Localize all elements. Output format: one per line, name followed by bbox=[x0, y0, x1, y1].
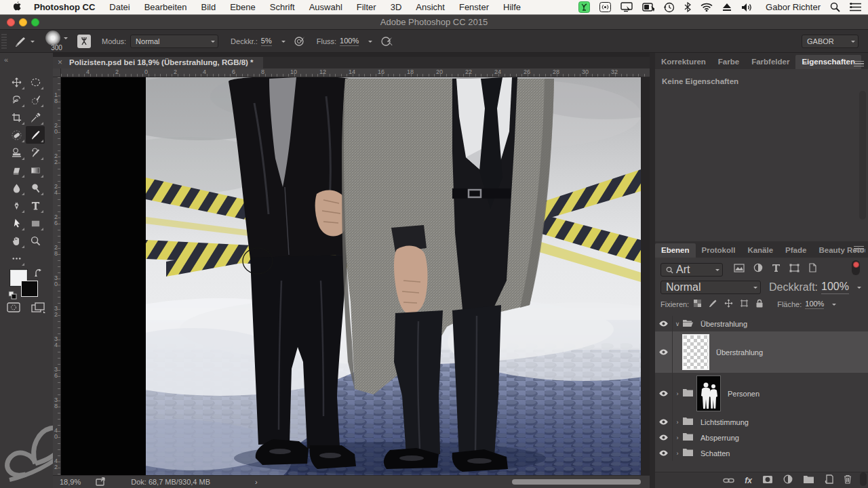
eject-icon[interactable] bbox=[722, 3, 732, 12]
tool-hand[interactable] bbox=[7, 232, 26, 249]
visibility-eye-icon[interactable] bbox=[655, 430, 673, 445]
tab-farbe[interactable]: Farbe bbox=[712, 55, 745, 69]
menu-photoshop[interactable]: Photoshop CC bbox=[34, 2, 95, 12]
trackpad-icon[interactable] bbox=[642, 3, 654, 12]
layers-scrollbar[interactable] bbox=[860, 472, 867, 486]
brush-preset-picker[interactable]: 300 bbox=[45, 30, 68, 52]
new-group-icon[interactable] bbox=[803, 474, 814, 487]
menu-datei[interactable]: Datei bbox=[109, 2, 130, 12]
opacity-value[interactable]: 5% bbox=[261, 37, 272, 46]
search-icon[interactable] bbox=[830, 2, 840, 12]
tab-ebenen[interactable]: Ebenen bbox=[655, 243, 696, 258]
layer-row-group-lichtstimmung[interactable]: › Lichtstimmung bbox=[655, 414, 868, 430]
group-expand-chevron[interactable]: › bbox=[673, 390, 682, 397]
green-app-icon[interactable] bbox=[578, 1, 590, 13]
visibility-eye-icon[interactable] bbox=[655, 316, 673, 331]
radio-icon[interactable] bbox=[599, 2, 611, 12]
bluetooth-icon[interactable] bbox=[684, 2, 691, 12]
tool-pen[interactable] bbox=[7, 197, 26, 214]
tool-clone-stamp[interactable] bbox=[7, 144, 26, 161]
canvas[interactable] bbox=[61, 77, 650, 475]
screen-mode-button[interactable] bbox=[31, 302, 46, 316]
menu-bearbeiten[interactable]: Bearbeiten bbox=[144, 2, 187, 12]
tool-path-selection[interactable] bbox=[7, 214, 26, 232]
lock-all-icon[interactable] bbox=[755, 299, 764, 309]
tab-eigenschaften[interactable]: Eigenschaften bbox=[795, 55, 861, 69]
layer-row-group-personen[interactable]: › Personen bbox=[655, 373, 868, 414]
display-icon[interactable] bbox=[620, 2, 633, 12]
tab-kanaele[interactable]: Kanäle bbox=[741, 243, 779, 258]
layer-name[interactable]: Personen bbox=[728, 390, 760, 398]
user-name[interactable]: Gabor Richter bbox=[766, 2, 821, 12]
tool-crop[interactable] bbox=[7, 108, 26, 126]
layer-row-group-schatten[interactable]: › Schatten bbox=[655, 445, 868, 461]
layer-row-group-ueberstrahlung[interactable]: ∨ Überstrahlung bbox=[655, 316, 868, 331]
lock-artboard-icon[interactable] bbox=[740, 299, 749, 309]
airbrush-button[interactable] bbox=[380, 35, 393, 47]
menu-auswahl[interactable]: Auswahl bbox=[309, 2, 342, 12]
group-expand-chevron[interactable]: › bbox=[673, 450, 682, 457]
tab-farbfelder[interactable]: Farbfelder bbox=[745, 55, 795, 69]
menu-filter[interactable]: Filter bbox=[357, 2, 376, 12]
blend-mode-dropdown[interactable]: Normal bbox=[130, 35, 218, 48]
tool-brush[interactable] bbox=[26, 126, 45, 144]
quick-mask-button[interactable] bbox=[7, 302, 20, 316]
zoom-level[interactable]: 18,9% bbox=[60, 478, 81, 486]
tool-lasso[interactable] bbox=[7, 91, 26, 108]
wifi-icon[interactable] bbox=[701, 3, 713, 12]
group-expand-chevron[interactable]: › bbox=[673, 434, 682, 441]
menu-ebene[interactable]: Ebene bbox=[230, 2, 256, 12]
tool-marquee[interactable] bbox=[26, 73, 45, 91]
lock-transparent-icon[interactable] bbox=[693, 299, 702, 309]
menu-schrift[interactable]: Schrift bbox=[270, 2, 295, 12]
apple-menu-icon[interactable] bbox=[12, 1, 22, 14]
tab-korrekturen[interactable]: Korrekturen bbox=[655, 55, 712, 69]
menu-3d[interactable]: 3D bbox=[391, 2, 402, 12]
layer-row-group-absperrung[interactable]: › Absperrung bbox=[655, 430, 868, 445]
document-size-info[interactable]: Dok: 68,7 MB/930,4 MB bbox=[131, 478, 210, 486]
filter-pixel-layers-icon[interactable] bbox=[734, 263, 745, 275]
deckkraft-value[interactable]: 100% bbox=[821, 281, 849, 294]
tool-spot-healing[interactable] bbox=[7, 126, 26, 144]
time-machine-icon[interactable] bbox=[664, 2, 675, 13]
menu-ansicht[interactable]: Ansicht bbox=[416, 2, 445, 12]
group-expand-chevron[interactable]: ∨ bbox=[673, 321, 682, 327]
menu-fenster[interactable]: Fenster bbox=[459, 2, 489, 12]
toggle-brush-panel-button[interactable] bbox=[77, 35, 91, 48]
options-grip[interactable] bbox=[1, 34, 7, 49]
layer-name[interactable]: Schatten bbox=[701, 449, 730, 458]
status-more-icon[interactable]: › bbox=[255, 478, 258, 486]
tool-dodge[interactable] bbox=[26, 179, 45, 197]
visibility-eye-icon[interactable] bbox=[655, 331, 673, 373]
filter-smart-objects-icon[interactable] bbox=[808, 263, 817, 275]
layer-filter-toggle[interactable] bbox=[852, 260, 860, 275]
layer-style-icon[interactable]: fx bbox=[745, 476, 752, 485]
tool-quick-selection[interactable] bbox=[26, 91, 45, 108]
volume-icon[interactable] bbox=[741, 3, 753, 12]
tool-eyedropper[interactable] bbox=[26, 108, 45, 126]
layer-name[interactable]: Überstrahlung bbox=[701, 320, 747, 328]
new-layer-icon[interactable] bbox=[825, 474, 833, 487]
notification-list-icon[interactable] bbox=[850, 3, 861, 12]
filter-type-layers-icon[interactable] bbox=[772, 263, 781, 275]
tool-blur[interactable] bbox=[7, 179, 26, 197]
delete-layer-icon[interactable] bbox=[844, 474, 852, 487]
add-mask-icon[interactable] bbox=[762, 474, 773, 487]
layers-panel-menu-icon[interactable] bbox=[854, 246, 864, 253]
layer-row-ueberstrahlung[interactable]: Überstrahlung bbox=[655, 331, 868, 373]
layer-thumbnail-silhouettes[interactable] bbox=[696, 375, 721, 411]
menu-bild[interactable]: Bild bbox=[201, 2, 216, 12]
export-icon[interactable] bbox=[96, 477, 106, 487]
layer-name[interactable]: Lichtstimmung bbox=[701, 418, 749, 426]
visibility-eye-icon[interactable] bbox=[655, 414, 673, 430]
link-layers-icon[interactable] bbox=[723, 474, 734, 487]
layer-thumbnail-transparent[interactable] bbox=[682, 334, 709, 370]
properties-panel-menu-icon[interactable] bbox=[854, 61, 864, 68]
horizontal-scrollbar[interactable] bbox=[512, 479, 641, 485]
tool-preset-picker[interactable] bbox=[14, 35, 35, 48]
flow-value[interactable]: 100% bbox=[340, 37, 359, 46]
tool-type[interactable] bbox=[26, 197, 45, 214]
tool-history-brush[interactable] bbox=[26, 144, 45, 161]
layer-filter-dropdown[interactable]: Art bbox=[660, 263, 723, 277]
visibility-eye-icon[interactable] bbox=[655, 373, 673, 414]
